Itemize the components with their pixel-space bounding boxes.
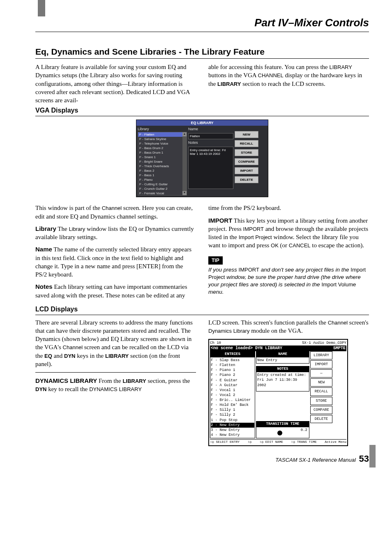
lcd-banner-title: DYN LIBRARY [255,346,282,350]
vga-library-para: Library The Library window lists the EQ … [35,225,196,242]
store-button[interactable]: STORE [235,149,258,156]
list-item[interactable]: F - Bass 1 [138,173,182,177]
recall-button[interactable]: RECALL [235,140,258,147]
list-item[interactable]: F - Bass Drum 2 [138,146,182,150]
list-item[interactable]: F - Silly 2 [211,412,254,417]
knob-icon[interactable] [277,431,282,435]
import-button[interactable]: IMPORT [235,167,258,174]
lcd-store-button[interactable]: STORE [310,397,332,405]
list-item[interactable]: F - Telephone Voice [138,141,182,146]
list-item[interactable]: F - Hold Em' Back [211,403,254,408]
list-item[interactable]: 4 - New Entry [211,433,254,438]
new-button[interactable]: NEW [235,131,258,138]
list-item[interactable]: F - Vocal 1 [211,388,254,393]
scroll-up-icon[interactable]: ▲ [182,132,187,136]
name-field[interactable]: Flatten [188,133,233,139]
list-item[interactable]: F - Flatten [138,132,182,137]
lcd-smpte: SMPTE [333,345,346,351]
page-footer: TASCAM SX-1 Reference Manual 53 [35,454,369,464]
list-item[interactable]: F - Bass 2 [138,168,182,173]
list-item[interactable]: F - Silly 1 [211,408,254,412]
list-item[interactable]: F - A Guitar [211,383,254,388]
intro-text: A Library feature is available for savin… [35,63,369,104]
page-header: Part IV–Mixer Controls [35,16,369,32]
trans-value: 0.2 [301,428,307,432]
list-item[interactable]: F - Piano [138,177,182,182]
delete-button[interactable]: DELETE [235,176,258,183]
list-item[interactable]: F - E Guitar [211,378,254,383]
lcd-dyn-para: DYNAMICS LIBRARY From the LIBRARY sectio… [35,377,196,394]
list-item[interactable]: F - Sahara Skyline [138,137,182,141]
eq-library-window: EQ LIBRARY Library F - Flatten F - Sahar… [136,120,268,197]
vga-name-para: Name The name of the currently selected … [35,245,196,279]
intro-col2: able for accessing this feature. You can… [208,63,369,88]
lcd-trans-title: TRANSITION TIME [256,421,309,427]
lcd-new-button[interactable]: NEW [310,378,332,387]
lcd-compare-button[interactable]: COMPARE [310,406,332,414]
lcd-project: SX-1 Audio Demo_COPY [302,341,346,345]
lcd-channel: Ch 10 [210,341,221,345]
list-item[interactable]: 1 - Pop Stop [211,418,254,423]
vga-heading: VGA Displays [35,104,369,116]
lcd-p1: There are several Library screens to add… [35,318,196,368]
tip-text: If you press IMPORT and don't see any pr… [208,266,369,296]
library-label: Library [138,127,187,131]
section-heading: Eq, Dynamics and Scene Libraries - The L… [35,41,369,59]
lcd-dyn-library-window: Ch 10 SX-1 Audio Demo_COPY <no scene loa… [208,339,348,446]
lcd-bottom-bar: ↕◎ SELECT ENTRY ↕◎ ↕◎ EDIT NAME ↕◎ TRANS… [210,439,346,444]
lcd-p2: LCD screen. This screen's function paral… [208,318,369,335]
lcd-name-title: NAME [256,351,309,357]
compare-button[interactable]: COMPARE [235,158,258,165]
eq-window-title: EQ LIBRARY [136,120,268,126]
lcd-notes-title: NOTES [256,366,309,372]
lcd-trans-field[interactable]: 0.2 [256,427,309,438]
list-item[interactable]: F - Female Vocal [138,191,182,196]
list-item[interactable]: F - Cutting E Guitar [138,182,182,187]
lcd-dash-button[interactable]: — [310,369,332,378]
lcd-heading: LCD Displays [35,303,369,315]
list-item[interactable]: F - Vocal 2 [211,393,254,398]
list-item[interactable]: F - Piano 1 [211,368,254,373]
tab-marker [38,0,45,16]
lcd-recall-button[interactable]: RECALL [310,387,332,396]
list-item[interactable]: F - Bric.. Limiter [211,398,254,403]
library-listbox[interactable]: F - Flatten F - Sahara Skyline F - Telep… [138,132,187,196]
list-item[interactable]: F - Flatten [211,363,254,368]
name-label: Name [188,127,233,131]
vga-import-para: IMPORT This key lets you import a librar… [208,216,369,250]
list-item[interactable]: 2 - New Entry [211,423,254,428]
lcd-notes-field[interactable]: Entry created at time: Fri Jun 7 11:30:3… [256,372,309,391]
side-tab-marker [369,445,376,467]
lcd-import-button[interactable]: IMPORT [310,360,332,368]
list-item[interactable]: 3 - New Entry [211,428,254,433]
list-item[interactable]: F - Crunch Guitar 2 [138,187,182,191]
notes-label: Notes [188,140,233,145]
list-item[interactable]: F - Bright Snare [138,159,182,164]
part-title: Part IV–Mixer Controls [35,16,369,32]
separator [35,372,196,373]
list-item[interactable]: F - Thick Overheads [138,164,182,168]
list-item[interactable]: F - Slap Bass [211,358,254,363]
list-item[interactable]: F - Snare 1 [138,155,182,159]
vga-p1: This window is part of the Channel scree… [35,204,196,221]
lcd-name-field[interactable]: New Entry [256,357,309,364]
notes-field[interactable]: Entry created at time: Fri Mar 1 10:43:1… [188,147,233,189]
entries-title: ENTRIES [210,351,255,357]
entries-listbox[interactable]: F - Slap Bass F - Flatten F - Piano 1 F … [210,357,255,438]
list-item[interactable]: F - Piano 2 [211,373,254,378]
intro-col1: A Library feature is available for savin… [35,63,196,104]
lcd-library-button[interactable]: LIBRARY [310,351,332,359]
scrollbar[interactable]: ▲ ▼ [182,132,187,195]
tip-badge: TIP [208,256,223,265]
lcd-delete-button[interactable]: DELETE [310,415,332,423]
lcd-scene: <no scene loaded> [211,346,253,350]
page-number: 53 [359,454,369,464]
scroll-down-icon[interactable]: ▼ [182,191,187,195]
list-item[interactable]: F - Bass Drum 1 [138,150,182,155]
